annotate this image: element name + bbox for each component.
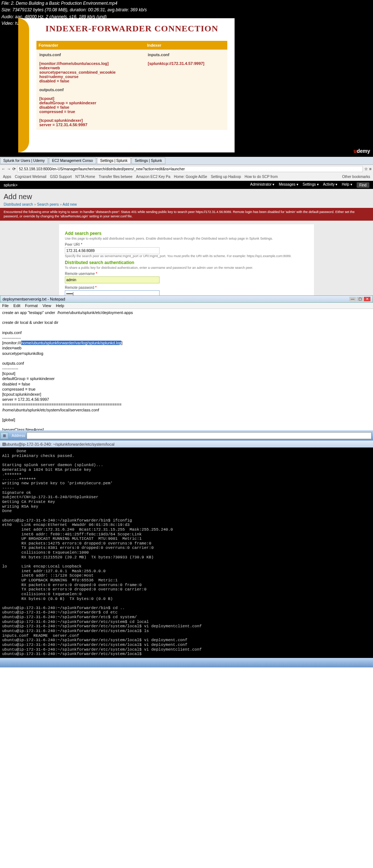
menu-help[interactable]: Help ▾ <box>342 182 352 188</box>
terminal-title: ubuntu@ip-172-31-6-240: ~/splunkforwarde… <box>6 442 114 446</box>
splunk-header: splunk> Administrator ▾ Messages ▾ Setti… <box>0 181 373 189</box>
browser-tab-active[interactable]: Settings | Splunk <box>97 157 131 164</box>
error-banner: Encountered the following error while tr… <box>0 208 373 221</box>
slide-accent-bar <box>18 18 29 152</box>
bookmarks-bar: Apps Cognizant Webmail GSD Support NTTA … <box>0 173 373 181</box>
crumb-link[interactable]: Search peers <box>37 202 59 206</box>
slide-title: INDEXER-FORWARDER CONNECTION <box>36 24 227 34</box>
reload-button[interactable]: ⟳ <box>12 167 16 171</box>
menu-icon[interactable]: ≡ <box>369 167 372 171</box>
fwd-inputs-header: inputs.conf <box>39 53 142 57</box>
section-auth: Distributed search authentication <box>65 260 308 265</box>
bookmark[interactable]: Cognizant Webmail <box>15 175 47 179</box>
breadcrumb: Distributed search » Search peers » Add … <box>0 202 373 208</box>
menu-messages[interactable]: Messages ▾ <box>279 182 298 188</box>
bookmark[interactable]: Amazon EC2 Key Pa <box>136 175 170 179</box>
maximize-button[interactable]: ▢ <box>357 297 363 301</box>
bookmark[interactable]: Transfer files betwee <box>99 175 132 179</box>
col-indexer: Indexer <box>145 41 227 50</box>
crumb-current: Add new <box>63 202 77 206</box>
remote-pass-label: Remote password <box>65 286 308 290</box>
section-add-peers: Add search peers <box>65 231 308 236</box>
idx-inputs-header: inputs.conf <box>148 53 224 57</box>
bookmark[interactable]: Home: Google AdSe <box>174 175 207 179</box>
bookmark[interactable]: NTTA Home <box>75 175 95 179</box>
browser-tab-strip: Splunk for Users | Udemy EC2 Management … <box>0 157 373 165</box>
menu-view[interactable]: View <box>43 303 51 308</box>
browser-tab[interactable]: Splunk for Users | Udemy <box>0 157 48 164</box>
browser-tab[interactable]: Settings | Splunk <box>131 157 165 164</box>
star-icon[interactable]: ☆ <box>364 167 368 171</box>
slide: INDEXER-FORWARDER CONNECTION Forwarder I… <box>18 18 235 152</box>
close-button[interactable]: ✕ <box>364 297 370 301</box>
other-bookmarks[interactable]: Other bookmarks <box>342 175 370 179</box>
taskbar-address[interactable] <box>27 432 372 439</box>
find-input[interactable]: Find <box>357 182 369 188</box>
minimize-button[interactable]: — <box>349 297 356 301</box>
bookmark[interactable]: GSD Support <box>50 175 71 179</box>
apps-button[interactable]: Apps <box>3 175 11 179</box>
browser-tab[interactable]: EC2 Management Conso <box>49 157 96 164</box>
config-table: Forwarder Indexer inputs.conf [monitor:/… <box>36 41 227 130</box>
back-button[interactable]: ← <box>1 167 5 171</box>
idx-inputs-body: [splunktcp://172.31.4.57:9997] <box>148 61 224 66</box>
bookmark[interactable]: Setting up Hadoop <box>211 175 241 179</box>
bookmark[interactable]: How to do SCP from <box>245 175 278 179</box>
fwd-outputs-header: outputs.conf <box>39 88 142 92</box>
file-meta-size: Size: 73479132 bytes (70.08 MiB), durati… <box>0 7 373 13</box>
address-bar-row: ← → ⟳ 52.53.198.103:8000/en-US/manager/l… <box>0 165 373 173</box>
col-forwarder: Forwarder <box>36 41 145 50</box>
page-title: Add new <box>0 191 373 202</box>
notepad-title: deploymentserverorig.txt - Notepad <box>3 297 65 301</box>
fwd-outputs-body: [tcpout] defaultGroup = splunkindexer di… <box>39 96 142 127</box>
start-button[interactable]: ⊞ <box>0 432 8 439</box>
menu-help[interactable]: Help <box>56 303 64 308</box>
selected-text: home/ubuntu/splunkforwarder/var/log/splu… <box>21 341 121 345</box>
file-meta-file: File: 2. Demo Building a Basic Productio… <box>0 0 373 7</box>
windows-taskbar-bottom <box>0 658 373 667</box>
indexer-cell: inputs.conf [splunktcp://172.31.4.57:999… <box>145 50 227 130</box>
menu-file[interactable]: File <box>2 303 9 308</box>
windows-taskbar: ⊞ Address <box>0 430 373 441</box>
notepad-menubar: File Edit Format View Help <box>0 303 373 309</box>
menu-settings[interactable]: Settings ▾ <box>303 182 319 188</box>
addr-label: Address <box>12 434 25 438</box>
peer-help: Specify the search peer as servername:mg… <box>65 254 308 258</box>
putty-icon: ▧ <box>2 442 6 446</box>
menu-edit[interactable]: Edit <box>13 303 20 308</box>
remote-user-input[interactable] <box>65 276 160 283</box>
forwarder-cell: inputs.conf [monitor:///home/ubuntu/acce… <box>36 50 145 130</box>
peer-uri-input[interactable] <box>65 247 160 254</box>
help-text: Use this page to explicitly add distribu… <box>65 237 308 240</box>
udemy-logo: uudemydemy <box>354 148 370 154</box>
terminal-body[interactable]: Done All preliminary checks passed. Star… <box>0 447 373 658</box>
remote-user-label: Remote username <box>65 272 308 276</box>
url-input[interactable]: 52.53.198.103:8000/en-US/manager/launche… <box>17 166 363 172</box>
menu-activity[interactable]: Activity ▾ <box>323 182 337 188</box>
peer-uri-label: Peer URI <box>65 243 308 247</box>
fwd-inputs-body: [monitor:///home/ubuntu/access.log] inde… <box>39 61 142 83</box>
auth-help: To share a public key for distributed au… <box>65 266 308 270</box>
forward-button[interactable]: → <box>7 167 11 171</box>
crumb-link[interactable]: Distributed search <box>4 202 33 206</box>
menu-administrator[interactable]: Administrator ▾ <box>250 182 275 188</box>
notepad-titlebar: deploymentserverorig.txt - Notepad — ▢ ✕ <box>0 295 373 303</box>
menu-format[interactable]: Format <box>25 303 38 308</box>
terminal-titlebar: ▧ ubuntu@ip-172-31-6-240: ~/splunkforwar… <box>0 441 373 447</box>
splunk-logo[interactable]: splunk> <box>4 183 17 187</box>
